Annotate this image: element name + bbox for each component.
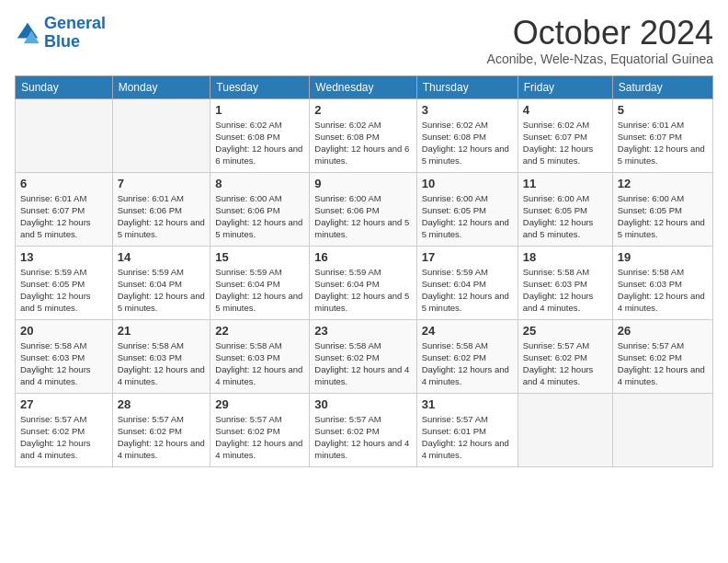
day-number: 23	[314, 324, 411, 338]
title-block: October 2024 Aconibe, Wele-Nzas, Equator…	[487, 15, 713, 66]
calendar-cell: 16Sunrise: 5:59 AM Sunset: 6:04 PM Dayli…	[310, 246, 416, 319]
month-title: October 2024	[487, 15, 713, 52]
day-info: Sunrise: 6:02 AM Sunset: 6:07 PM Dayligh…	[523, 119, 608, 167]
calendar-cell: 5Sunrise: 6:01 AM Sunset: 6:07 PM Daylig…	[612, 98, 712, 172]
calendar-cell: 6Sunrise: 6:01 AM Sunset: 6:07 PM Daylig…	[16, 172, 113, 246]
day-info: Sunrise: 5:57 AM Sunset: 6:02 PM Dayligh…	[20, 413, 108, 462]
day-info: Sunrise: 5:57 AM Sunset: 6:02 PM Dayligh…	[215, 413, 304, 462]
calendar-cell: 14Sunrise: 5:59 AM Sunset: 6:04 PM Dayli…	[112, 246, 210, 319]
calendar-cell: 28Sunrise: 5:57 AM Sunset: 6:02 PM Dayli…	[112, 393, 210, 466]
day-number: 30	[314, 397, 411, 411]
day-number: 8	[215, 177, 304, 190]
calendar-week-5: 27Sunrise: 5:57 AM Sunset: 6:02 PM Dayli…	[16, 393, 713, 466]
day-info: Sunrise: 5:58 AM Sunset: 6:03 PM Dayligh…	[618, 266, 708, 315]
day-info: Sunrise: 5:57 AM Sunset: 6:02 PM Dayligh…	[314, 413, 411, 462]
day-info: Sunrise: 6:02 AM Sunset: 6:08 PM Dayligh…	[314, 119, 411, 167]
calendar-body: 1Sunrise: 6:02 AM Sunset: 6:08 PM Daylig…	[16, 98, 713, 466]
day-info: Sunrise: 5:59 AM Sunset: 6:04 PM Dayligh…	[118, 266, 206, 315]
calendar-cell: 3Sunrise: 6:02 AM Sunset: 6:08 PM Daylig…	[416, 98, 518, 172]
day-info: Sunrise: 6:00 AM Sunset: 6:05 PM Dayligh…	[523, 192, 608, 241]
day-number: 26	[618, 324, 708, 338]
day-info: Sunrise: 5:57 AM Sunset: 6:02 PM Dayligh…	[523, 339, 608, 388]
day-number: 5	[618, 103, 708, 117]
day-info: Sunrise: 5:58 AM Sunset: 6:03 PM Dayligh…	[215, 339, 304, 388]
weekday-header-monday: Monday	[112, 75, 210, 98]
logo-line2: Blue	[44, 32, 80, 51]
calendar-table: SundayMondayTuesdayWednesdayThursdayFrid…	[15, 75, 713, 467]
weekday-header-sunday: Sunday	[16, 75, 113, 98]
logo: General Blue	[15, 15, 106, 52]
calendar-cell: 4Sunrise: 6:02 AM Sunset: 6:07 PM Daylig…	[518, 98, 612, 172]
day-number: 31	[422, 397, 513, 411]
day-number: 29	[215, 397, 304, 411]
calendar-cell: 25Sunrise: 5:57 AM Sunset: 6:02 PM Dayli…	[518, 319, 612, 393]
day-info: Sunrise: 5:58 AM Sunset: 6:03 PM Dayligh…	[118, 339, 206, 388]
day-info: Sunrise: 6:00 AM Sunset: 6:05 PM Dayligh…	[422, 192, 513, 241]
weekday-header-wednesday: Wednesday	[310, 75, 416, 98]
day-info: Sunrise: 5:57 AM Sunset: 6:01 PM Dayligh…	[422, 413, 513, 462]
day-number: 15	[215, 250, 304, 264]
calendar-cell: 23Sunrise: 5:58 AM Sunset: 6:02 PM Dayli…	[310, 319, 416, 393]
day-info: Sunrise: 5:57 AM Sunset: 6:02 PM Dayligh…	[118, 413, 206, 462]
calendar-cell: 13Sunrise: 5:59 AM Sunset: 6:05 PM Dayli…	[16, 246, 113, 319]
calendar-cell: 11Sunrise: 6:00 AM Sunset: 6:05 PM Dayli…	[518, 172, 612, 246]
day-info: Sunrise: 6:01 AM Sunset: 6:07 PM Dayligh…	[20, 192, 108, 241]
day-number: 22	[215, 324, 304, 338]
weekday-header-friday: Friday	[518, 75, 612, 98]
day-number: 28	[118, 397, 206, 411]
day-number: 3	[422, 103, 513, 117]
day-number: 1	[215, 103, 304, 117]
day-number: 13	[20, 250, 108, 264]
calendar-cell: 7Sunrise: 6:01 AM Sunset: 6:06 PM Daylig…	[112, 172, 210, 246]
day-info: Sunrise: 5:59 AM Sunset: 6:05 PM Dayligh…	[20, 266, 108, 315]
calendar-cell	[612, 393, 712, 466]
logo-text: General Blue	[44, 15, 106, 52]
day-number: 4	[523, 103, 608, 117]
calendar-cell: 21Sunrise: 5:58 AM Sunset: 6:03 PM Dayli…	[112, 319, 210, 393]
svg-marker-0	[17, 23, 38, 39]
day-info: Sunrise: 5:57 AM Sunset: 6:02 PM Dayligh…	[618, 339, 708, 388]
calendar-cell: 2Sunrise: 6:02 AM Sunset: 6:08 PM Daylig…	[310, 98, 416, 172]
day-number: 27	[20, 397, 108, 411]
day-info: Sunrise: 5:58 AM Sunset: 6:03 PM Dayligh…	[20, 339, 108, 388]
calendar-cell: 20Sunrise: 5:58 AM Sunset: 6:03 PM Dayli…	[16, 319, 113, 393]
calendar-week-2: 6Sunrise: 6:01 AM Sunset: 6:07 PM Daylig…	[16, 172, 713, 246]
day-number: 11	[523, 177, 608, 190]
calendar-cell: 30Sunrise: 5:57 AM Sunset: 6:02 PM Dayli…	[310, 393, 416, 466]
day-info: Sunrise: 5:58 AM Sunset: 6:03 PM Dayligh…	[523, 266, 608, 315]
calendar-cell: 31Sunrise: 5:57 AM Sunset: 6:01 PM Dayli…	[416, 393, 518, 466]
weekday-header-thursday: Thursday	[416, 75, 518, 98]
logo-line1: General	[44, 14, 106, 32]
day-info: Sunrise: 6:01 AM Sunset: 6:06 PM Dayligh…	[118, 192, 206, 241]
calendar-cell: 29Sunrise: 5:57 AM Sunset: 6:02 PM Dayli…	[210, 393, 310, 466]
calendar-cell: 26Sunrise: 5:57 AM Sunset: 6:02 PM Dayli…	[612, 319, 712, 393]
day-number: 17	[422, 250, 513, 264]
day-info: Sunrise: 6:00 AM Sunset: 6:05 PM Dayligh…	[618, 192, 708, 241]
calendar-cell: 9Sunrise: 6:00 AM Sunset: 6:06 PM Daylig…	[310, 172, 416, 246]
day-number: 10	[422, 177, 513, 190]
day-info: Sunrise: 6:00 AM Sunset: 6:06 PM Dayligh…	[314, 192, 411, 241]
logo-icon	[15, 20, 40, 46]
day-number: 16	[314, 250, 411, 264]
day-info: Sunrise: 5:58 AM Sunset: 6:02 PM Dayligh…	[314, 339, 411, 388]
page-header: General Blue October 2024 Aconibe, Wele-…	[15, 15, 713, 66]
weekday-header-tuesday: Tuesday	[210, 75, 310, 98]
calendar-cell	[518, 393, 612, 466]
calendar-cell: 17Sunrise: 5:59 AM Sunset: 6:04 PM Dayli…	[416, 246, 518, 319]
day-number: 25	[523, 324, 608, 338]
day-info: Sunrise: 6:02 AM Sunset: 6:08 PM Dayligh…	[422, 119, 513, 167]
calendar-cell	[112, 98, 210, 172]
day-number: 14	[118, 250, 206, 264]
weekday-header-saturday: Saturday	[612, 75, 712, 98]
day-info: Sunrise: 5:59 AM Sunset: 6:04 PM Dayligh…	[422, 266, 513, 315]
calendar-week-3: 13Sunrise: 5:59 AM Sunset: 6:05 PM Dayli…	[16, 246, 713, 319]
calendar-week-4: 20Sunrise: 5:58 AM Sunset: 6:03 PM Dayli…	[16, 319, 713, 393]
calendar-week-1: 1Sunrise: 6:02 AM Sunset: 6:08 PM Daylig…	[16, 98, 713, 172]
day-info: Sunrise: 5:58 AM Sunset: 6:02 PM Dayligh…	[422, 339, 513, 388]
calendar-cell: 18Sunrise: 5:58 AM Sunset: 6:03 PM Dayli…	[518, 246, 612, 319]
calendar-cell: 15Sunrise: 5:59 AM Sunset: 6:04 PM Dayli…	[210, 246, 310, 319]
day-number: 12	[618, 177, 708, 190]
day-number: 2	[314, 103, 411, 117]
day-number: 9	[314, 177, 411, 190]
day-number: 21	[118, 324, 206, 338]
